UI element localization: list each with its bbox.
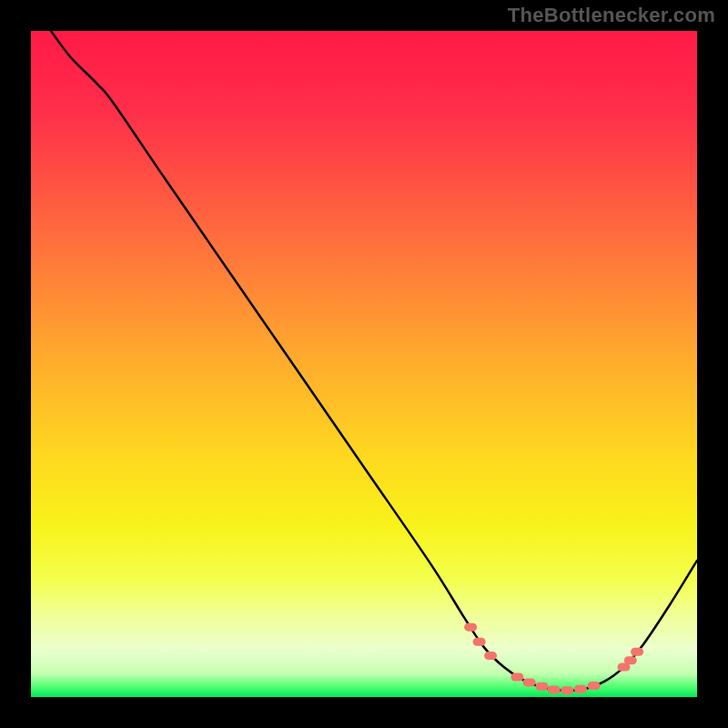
optimal-marker	[624, 656, 637, 664]
optimal-marker	[473, 638, 486, 646]
plot-area	[31, 31, 697, 697]
gradient-background	[31, 31, 697, 697]
optimal-marker	[511, 673, 523, 682]
chart-container: TheBottlenecker.com	[0, 0, 728, 728]
optimal-marker	[561, 686, 573, 694]
optimal-marker	[548, 685, 561, 693]
bottleneck-chart	[31, 31, 697, 697]
attribution-label: TheBottlenecker.com	[508, 4, 715, 27]
optimal-marker	[588, 682, 601, 690]
optimal-marker	[484, 652, 497, 660]
optimal-marker	[574, 685, 587, 693]
optimal-marker	[535, 682, 548, 691]
optimal-marker	[464, 623, 477, 632]
optimal-marker	[523, 678, 536, 686]
optimal-marker	[631, 648, 643, 656]
